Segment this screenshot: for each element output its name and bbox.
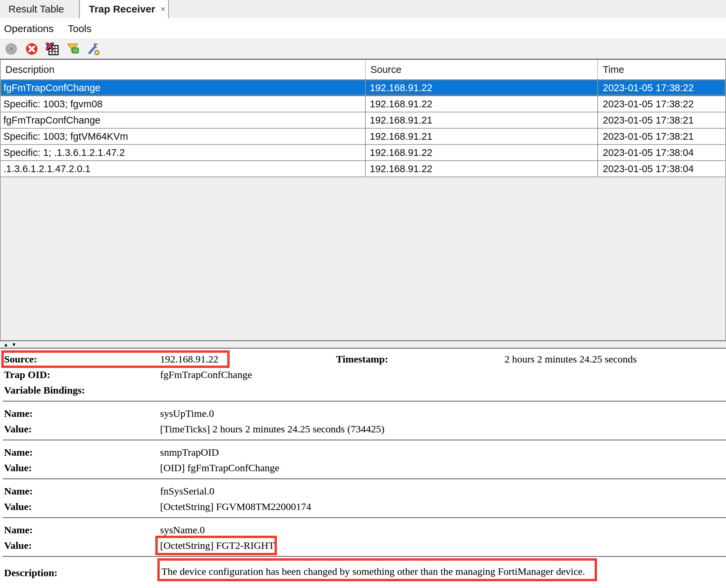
start-button[interactable] — [4, 42, 18, 56]
cell-description: Specific: 1003; fgtVM64KVm — [1, 129, 366, 144]
divider — [3, 478, 726, 479]
detail-description-row: Description: The device configuration ha… — [0, 561, 726, 585]
settings-button[interactable] — [87, 42, 100, 56]
trap-oid-value: fgFmTrapConfChange — [160, 369, 252, 380]
cell-description: .1.3.6.1.2.1.47.2.0.1 — [1, 161, 366, 176]
binding-value: [OctetString] FGVM08TM22000174 — [160, 501, 311, 512]
variable-bindings-header-row: Variable Bindings: — [0, 382, 726, 398]
tab-bar: Result Table Trap Receiver × — [0, 0, 726, 18]
cell-time: 2023-01-05 17:38:04 — [598, 145, 725, 160]
cell-description: Specific: 1; .1.3.6.1.2.1.47.2 — [1, 145, 366, 160]
menu-tools[interactable]: Tools — [64, 22, 95, 36]
trap-table: Description Source Time fgFmTrapConfChan… — [0, 60, 726, 340]
divider — [3, 401, 726, 402]
binding-value-row: Value: [OctetString] FGVM08TM22000174 — [0, 499, 726, 514]
binding-name: snmpTrapOID — [160, 446, 219, 458]
cell-description: fgFmTrapConfChange — [1, 80, 366, 96]
trap-detail-pane: Source: 192.168.91.22 Timestamp: 2 hours… — [0, 349, 726, 588]
binding-value: [OctetString] FGT2-RIGHT — [160, 540, 274, 551]
value-label: Value: — [4, 501, 32, 512]
timestamp-label: Timestamp: — [336, 353, 388, 365]
menu-operations[interactable]: Operations — [1, 22, 57, 36]
tab-trap-receiver[interactable]: Trap Receiver × — [80, 0, 169, 18]
cell-source: 192.168.91.21 — [366, 112, 598, 128]
table-row[interactable]: Specific: 1; .1.3.6.1.2.1.47.2 192.168.9… — [1, 144, 725, 160]
tab-result-table-label: Result Table — [8, 3, 64, 15]
table-row[interactable]: Specific: 1003; fgtVM64KVm 192.168.91.21… — [1, 128, 725, 144]
source-label: Source: — [4, 353, 37, 365]
binding-value-row: Value: [TimeTicks] 2 hours 2 minutes 24.… — [0, 421, 726, 437]
tab-trap-receiver-label: Trap Receiver — [89, 3, 155, 15]
source-value: 192.168.91.22 — [160, 353, 219, 365]
table-row[interactable]: fgFmTrapConfChange 192.168.91.21 2023-01… — [1, 112, 725, 128]
close-tab-icon[interactable]: × — [161, 4, 165, 14]
binding-name-row: Name: sysName.0 — [0, 522, 726, 538]
cell-description: Specific: 1003; fgvm08 — [1, 96, 366, 112]
binding-name: sysUpTime.0 — [160, 408, 214, 419]
variable-bindings-label: Variable Bindings: — [4, 384, 85, 396]
menu-bar: Operations Tools — [0, 18, 726, 39]
divider — [3, 556, 726, 557]
cell-time: 2023-01-05 17:38:04 — [598, 161, 725, 176]
column-header-time[interactable]: Time — [598, 60, 725, 79]
clear-table-icon — [46, 43, 59, 55]
settings-icon — [87, 43, 100, 55]
binding-name-row: Name: snmpTrapOID — [0, 444, 726, 460]
binding-value: [TimeTicks] 2 hours 2 minutes 24.25 seco… — [160, 423, 384, 435]
cell-source: 192.168.91.22 — [366, 96, 598, 112]
binding-name-row: Name: fnSysSerial.0 — [0, 483, 726, 499]
toolbar — [0, 39, 726, 60]
cell-time: 2023-01-05 17:38:22 — [598, 96, 725, 112]
detail-trap-oid-row: Trap OID: fgFmTrapConfChange — [0, 367, 726, 382]
table-row[interactable]: .1.3.6.1.2.1.47.2.0.1 192.168.91.22 2023… — [1, 160, 725, 176]
table-empty-area — [1, 176, 725, 340]
cell-source: 192.168.91.21 — [366, 129, 598, 144]
play-icon — [5, 43, 18, 55]
filter-button[interactable] — [66, 42, 80, 56]
name-label: Name: — [4, 524, 33, 536]
divider — [3, 440, 726, 441]
column-header-source[interactable]: Source — [366, 60, 598, 79]
clear-table-button[interactable] — [46, 42, 59, 56]
binding-name-row: Name: sysUpTime.0 — [0, 406, 726, 421]
trap-receiver-window: Result Table Trap Receiver × Operations … — [0, 0, 726, 588]
tab-result-table[interactable]: Result Table — [0, 0, 80, 18]
table-row[interactable]: fgFmTrapConfChange 192.168.91.22 2023-01… — [1, 79, 725, 96]
cell-source: 192.168.91.22 — [366, 145, 598, 160]
collapse-down-icon[interactable]: ▼ — [12, 342, 17, 347]
binding-name: fnSysSerial.0 — [160, 485, 214, 497]
binding-name: sysName.0 — [160, 524, 205, 536]
value-label: Value: — [4, 462, 32, 474]
pane-splitter[interactable]: ▲ ▼ — [0, 340, 726, 349]
cell-time: 2023-01-05 17:38:21 — [598, 112, 725, 128]
description-label: Description: — [4, 567, 57, 579]
value-label: Value: — [4, 423, 32, 435]
stop-button[interactable] — [25, 42, 39, 56]
value-label: Value: — [4, 540, 32, 551]
cell-source: 192.168.91.22 — [366, 161, 598, 176]
collapse-up-icon[interactable]: ▲ — [3, 342, 8, 347]
column-header-description[interactable]: Description — [1, 60, 366, 79]
trap-oid-label: Trap OID: — [4, 369, 50, 380]
filter-icon — [66, 43, 79, 55]
binding-value-row: Value: [OID] fgFmTrapConfChange — [0, 460, 726, 476]
stop-icon — [25, 43, 38, 55]
table-row[interactable]: Specific: 1003; fgvm08 192.168.91.22 202… — [1, 96, 725, 112]
binding-value: [OID] fgFmTrapConfChange — [160, 462, 279, 474]
table-header: Description Source Time — [1, 60, 725, 79]
cell-source: 192.168.91.22 — [366, 80, 598, 96]
divider — [3, 517, 726, 518]
cell-description: fgFmTrapConfChange — [1, 112, 366, 128]
timestamp-value: 2 hours 2 minutes 24.25 seconds — [504, 353, 637, 365]
name-label: Name: — [4, 446, 33, 458]
name-label: Name: — [4, 408, 33, 419]
binding-value-row: Value: [OctetString] FGT2-RIGHT — [0, 538, 726, 553]
cell-time: 2023-01-05 17:38:22 — [598, 80, 725, 96]
description-value: The device configuration has been change… — [161, 566, 585, 577]
name-label: Name: — [4, 485, 33, 497]
detail-source-row: Source: 192.168.91.22 Timestamp: 2 hours… — [0, 351, 726, 367]
cell-time: 2023-01-05 17:38:21 — [598, 129, 725, 144]
